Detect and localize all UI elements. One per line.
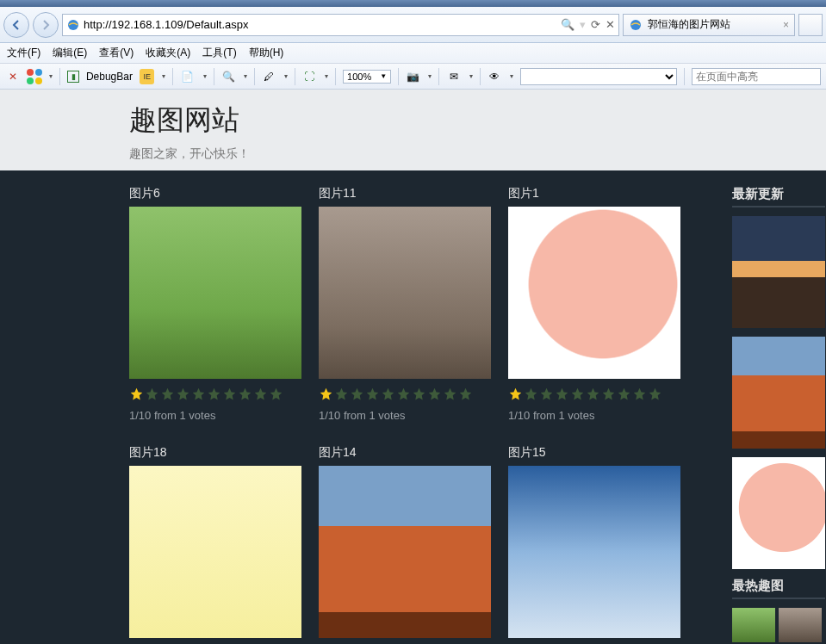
image-card: 图片15 xyxy=(508,445,680,644)
star-icon[interactable] xyxy=(160,387,175,402)
inspect-icon[interactable]: 🔍 xyxy=(221,69,236,84)
star-icon[interactable] xyxy=(253,387,268,402)
forward-button[interactable] xyxy=(33,12,59,38)
star-icon[interactable] xyxy=(191,387,206,402)
sidebar-thumb[interactable] xyxy=(732,337,825,449)
image-thumb[interactable] xyxy=(319,466,491,638)
star-icon[interactable] xyxy=(269,387,283,402)
menu-edit[interactable]: 编辑(E) xyxy=(53,46,87,60)
address-bar[interactable]: 🔍 ▾ ⟳ ✕ xyxy=(62,14,619,36)
star-icon[interactable] xyxy=(334,387,349,402)
screenshot-icon[interactable]: 📷 xyxy=(406,69,420,84)
image-grid: 图片61/10 from 1 votes图片111/10 from 1 vote… xyxy=(129,186,680,644)
hot-thumb[interactable] xyxy=(732,608,775,642)
sidebar-thumb[interactable] xyxy=(732,216,825,328)
image-thumb[interactable] xyxy=(319,207,491,379)
star-icon[interactable] xyxy=(508,387,523,402)
urlbar-icons: 🔍 ▾ ⟳ ✕ xyxy=(561,18,615,31)
hot-thumb[interactable] xyxy=(779,608,822,642)
window-titlebar xyxy=(0,0,826,7)
card-title: 图片14 xyxy=(319,445,491,461)
colorzilla-icon[interactable] xyxy=(27,69,41,84)
menu-view[interactable]: 查看(V) xyxy=(99,46,134,60)
image-thumb[interactable] xyxy=(508,207,680,379)
highlight-input[interactable] xyxy=(692,68,821,85)
star-icon[interactable] xyxy=(207,387,221,402)
menu-favorites[interactable]: 收藏夹(A) xyxy=(146,46,190,60)
star-icon[interactable] xyxy=(458,387,473,402)
ie-icon xyxy=(66,18,80,32)
menu-bar: 文件(F) 编辑(E) 查看(V) 收藏夹(A) 工具(T) 帮助(H) xyxy=(0,43,826,64)
votes-text: 1/10 from 1 votes xyxy=(129,409,301,422)
refresh-icon[interactable]: ⟳ xyxy=(591,18,600,31)
star-icon[interactable] xyxy=(443,387,457,402)
image-card: 图片61/10 from 1 votes xyxy=(129,186,301,428)
star-icon[interactable] xyxy=(319,387,333,402)
star-icon[interactable] xyxy=(381,387,395,402)
mail-icon[interactable]: ✉ xyxy=(446,69,461,84)
card-title: 图片11 xyxy=(319,186,491,201)
image-card: 图片11/10 from 1 votes xyxy=(508,186,680,428)
card-title: 图片15 xyxy=(508,445,680,461)
image-thumb[interactable] xyxy=(508,466,680,638)
star-icon[interactable] xyxy=(570,387,585,402)
new-tab-button[interactable] xyxy=(798,14,823,36)
rating-stars[interactable] xyxy=(319,387,491,402)
image-thumb[interactable] xyxy=(129,207,301,379)
star-icon[interactable] xyxy=(396,387,411,402)
page-title: 趣图网站 xyxy=(129,102,826,139)
star-icon[interactable] xyxy=(238,387,252,402)
image-card: 图片14 xyxy=(319,445,491,644)
star-icon[interactable] xyxy=(524,387,538,402)
sidebar-latest-title: 最新更新 xyxy=(732,186,825,207)
page-subtitle: 趣图之家，开心快乐！ xyxy=(129,146,826,162)
color-picker-icon[interactable]: 🖊 xyxy=(262,69,276,84)
browser-navbar: 🔍 ▾ ⟳ ✕ 郭恒海的图片网站 × xyxy=(0,7,826,43)
star-icon[interactable] xyxy=(350,387,364,402)
search-icon[interactable]: 🔍 xyxy=(561,18,574,31)
star-icon[interactable] xyxy=(555,387,569,402)
menu-file[interactable]: 文件(F) xyxy=(7,46,40,60)
selector-dropdown[interactable] xyxy=(520,68,677,85)
star-icon[interactable] xyxy=(176,387,190,402)
browser-tab[interactable]: 郭恒海的图片网站 × xyxy=(623,14,795,36)
hot-thumbs xyxy=(732,608,825,642)
star-icon[interactable] xyxy=(539,387,554,402)
star-icon[interactable] xyxy=(412,387,426,402)
card-title: 图片18 xyxy=(129,445,301,461)
sidebar-thumb[interactable] xyxy=(732,457,825,569)
rating-stars[interactable] xyxy=(129,387,301,402)
resize-icon[interactable]: ⛶ xyxy=(302,69,317,84)
close-icon[interactable]: × xyxy=(783,19,789,31)
debugbar-label[interactable]: DebugBar xyxy=(86,71,133,83)
back-button[interactable] xyxy=(3,12,29,38)
rating-stars[interactable] xyxy=(508,387,680,402)
eye-icon[interactable]: 👁 xyxy=(487,69,501,84)
arrow-right-icon xyxy=(39,18,53,32)
star-icon[interactable] xyxy=(129,387,144,402)
url-input[interactable] xyxy=(84,18,557,31)
close-toolbar-icon[interactable]: ✕ xyxy=(5,69,20,84)
star-icon[interactable] xyxy=(648,387,662,402)
star-icon[interactable] xyxy=(365,387,380,402)
main-content: 图片61/10 from 1 votes图片111/10 from 1 vote… xyxy=(0,170,826,644)
star-icon[interactable] xyxy=(601,387,616,402)
page-icon[interactable]: 📄 xyxy=(180,69,195,84)
star-icon[interactable] xyxy=(586,387,600,402)
star-icon[interactable] xyxy=(222,387,237,402)
card-title: 图片1 xyxy=(508,186,680,201)
star-icon[interactable] xyxy=(617,387,631,402)
star-icon[interactable] xyxy=(632,387,647,402)
image-thumb[interactable] xyxy=(129,466,301,638)
menu-tools[interactable]: 工具(T) xyxy=(202,46,236,60)
zoom-selector[interactable]: 100%▼ xyxy=(343,70,391,84)
menu-help[interactable]: 帮助(H) xyxy=(249,46,284,60)
stop-icon[interactable]: ✕ xyxy=(606,18,615,31)
ie-badge-icon[interactable]: IE xyxy=(140,69,154,84)
star-icon[interactable] xyxy=(427,387,442,402)
debugbar-icon[interactable]: ▮ xyxy=(67,71,78,83)
tab-title: 郭恒海的图片网站 xyxy=(648,17,730,32)
sidebar-hot-title: 最热趣图 xyxy=(732,578,825,599)
star-icon[interactable] xyxy=(145,387,159,402)
ie-icon xyxy=(629,18,643,32)
